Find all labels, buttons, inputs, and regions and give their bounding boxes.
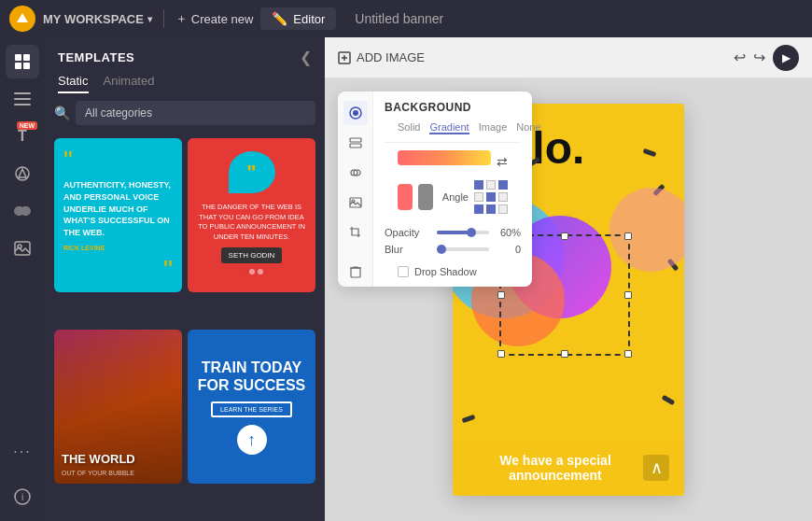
bg-right-panel: BACKGROUND Solid Gradient Image None ⇄ — [373, 92, 532, 287]
bg-panel-title: BACKGROUND — [385, 101, 521, 114]
sidebar-item-more[interactable]: ··· — [6, 435, 39, 469]
blur-label: Blur — [385, 244, 431, 255]
svg-marker-9 — [19, 169, 26, 177]
svg-marker-0 — [17, 13, 28, 22]
grid-dot-8 — [486, 204, 496, 214]
bg-crop-tool[interactable] — [343, 220, 368, 245]
template-tabs: Static Animated — [45, 66, 325, 93]
color-stop-1[interactable] — [398, 184, 413, 210]
bg-layers-tool[interactable] — [343, 131, 368, 155]
svg-rect-2 — [23, 54, 30, 61]
bg-color-tool[interactable] — [343, 101, 368, 125]
opacity-fill — [437, 231, 469, 234]
bg-link-tool[interactable] — [343, 161, 368, 185]
templates-grid: " AUTHENTICITY, HONESTY, AND PERSONAL VO… — [45, 133, 325, 521]
play-button[interactable]: ▶ — [773, 45, 799, 71]
bubble-quote-icon: " — [246, 161, 256, 185]
panel-close-button[interactable]: ❮ — [300, 49, 312, 66]
angle-grid[interactable] — [474, 180, 508, 214]
grid-dot-4 — [474, 192, 483, 202]
chevron-down-icon: ▾ — [147, 14, 152, 24]
sidebar-item-info[interactable]: i — [6, 480, 39, 514]
train-headline: TRAIN TODAY FOR SUCCESS — [197, 359, 306, 394]
sel-handle-br[interactable] — [624, 350, 632, 358]
grid-dot-6 — [498, 192, 508, 202]
add-image-label: ADD IMAGE — [357, 50, 425, 64]
speech-bubble: " — [229, 151, 275, 193]
blur-row: Blur 0 — [385, 244, 521, 255]
opacity-thumb — [467, 228, 476, 237]
bg-tab-solid[interactable]: Solid — [398, 121, 420, 134]
grid-dot-2 — [486, 180, 496, 190]
undo-button[interactable]: ↩ — [734, 49, 746, 66]
angle-label: Angle — [442, 191, 469, 203]
bg-delete-tool[interactable] — [343, 262, 368, 287]
sidebar-item-links[interactable] — [6, 194, 39, 228]
workspace-label: MY WORKSPACE — [43, 12, 144, 26]
pencil-icon: ✏️ — [272, 11, 287, 26]
template-card-4[interactable]: TRAIN TODAY FOR SUCCESS LEARN THE SERIES… — [188, 330, 315, 484]
template-text-2: THE DANGER OF THE WEB IS THAT YOU CAN GO… — [197, 203, 306, 242]
template-card-3[interactable]: THE WORLD OUT OF YOUR BUBBLE — [54, 330, 182, 484]
bg-tab-image[interactable]: Image — [479, 121, 508, 134]
sel-handle-tr[interactable] — [624, 232, 632, 240]
template-card-1[interactable]: " AUTHENTICITY, HONESTY, AND PERSONAL VO… — [54, 138, 182, 292]
sidebar-item-templates[interactable] — [6, 45, 39, 78]
editor-button[interactable]: ✏️ Editor — [260, 7, 336, 30]
workspace-button[interactable]: MY WORKSPACE ▾ — [43, 12, 152, 26]
tab-animated[interactable]: Animated — [104, 74, 155, 93]
gradient-swap-icon[interactable]: ⇄ — [497, 154, 508, 169]
template-card-2[interactable]: " THE DANGER OF THE WEB IS THAT YOU CAN … — [188, 138, 315, 292]
sel-handle-mr[interactable] — [624, 291, 632, 299]
sidebar-item-text[interactable]: T NEW — [6, 120, 39, 153]
canvas-bottom-bar: We have a special announcement ∧ — [453, 440, 684, 496]
add-image-button[interactable]: ADD IMAGE — [338, 50, 425, 64]
gradient-row: ⇄ — [398, 150, 508, 173]
opacity-slider[interactable] — [437, 231, 489, 234]
create-new-label: Create new — [191, 12, 253, 26]
drop-shadow-row: Drop Shadow — [385, 266, 521, 277]
canvas-main: BACKGROUND Solid Gradient Image None ⇄ — [325, 78, 812, 521]
blur-slider[interactable] — [437, 247, 489, 251]
grid-dot-9 — [498, 204, 508, 214]
create-new-button[interactable]: ＋ Create new — [175, 10, 253, 27]
left-sidebar: T NEW ··· i — [0, 37, 45, 521]
sidebar-item-layers[interactable] — [6, 82, 39, 116]
sel-handle-tm[interactable] — [561, 232, 568, 240]
redo-button[interactable]: ↪ — [753, 49, 765, 66]
panel-header: TEMPLATES ❮ — [45, 37, 325, 66]
sidebar-item-elements[interactable] — [6, 157, 39, 190]
color-stop-2[interactable] — [418, 184, 433, 210]
sel-handle-ml[interactable] — [497, 291, 505, 299]
opacity-row: Opacity 60% — [385, 227, 521, 238]
upload-circle-button[interactable]: ↑ — [237, 425, 267, 455]
svg-rect-4 — [23, 63, 30, 69]
grid-dot-1 — [474, 180, 483, 190]
sel-handle-bl[interactable] — [497, 350, 505, 358]
plus-icon: ＋ — [175, 10, 188, 27]
template-subtext-3: OUT OF YOUR BUBBLE — [62, 470, 175, 476]
search-row: 🔍 All categories Social Media Banners — [45, 93, 325, 133]
template-headline-3: THE WORLD — [62, 453, 175, 466]
dots-indicator — [241, 269, 263, 275]
sel-handle-bm[interactable] — [561, 350, 568, 358]
bg-image-tool[interactable] — [343, 190, 368, 215]
blur-thumb — [437, 245, 446, 254]
svg-rect-6 — [14, 98, 31, 100]
template-text-3-wrap: THE WORLD OUT OF YOUR BUBBLE — [62, 453, 175, 476]
gradient-bar[interactable] — [398, 150, 491, 165]
canvas-chevron-icon[interactable]: ∧ — [643, 455, 669, 481]
template-author: RICK LEVINE — [63, 245, 173, 251]
category-select[interactable]: All categories Social Media Banners — [76, 101, 315, 125]
gradient-section: ⇄ Angle — [385, 143, 521, 227]
search-icon: 🔍 — [54, 106, 70, 120]
bg-tab-none[interactable]: None — [516, 121, 540, 134]
bg-tab-gradient[interactable]: Gradient — [429, 121, 469, 134]
opacity-label: Opacity — [385, 227, 431, 238]
template-quote-text: AUTHENTICITY, HONESTY, AND PERSONAL VOIC… — [63, 179, 173, 238]
color-squares-row: Angle — [398, 180, 508, 214]
drop-shadow-checkbox[interactable] — [398, 266, 409, 277]
topbar: MY WORKSPACE ▾ ＋ Create new ✏️ Editor Un… — [0, 0, 812, 37]
tab-static[interactable]: Static — [58, 74, 89, 93]
sidebar-item-media[interactable] — [6, 232, 39, 265]
